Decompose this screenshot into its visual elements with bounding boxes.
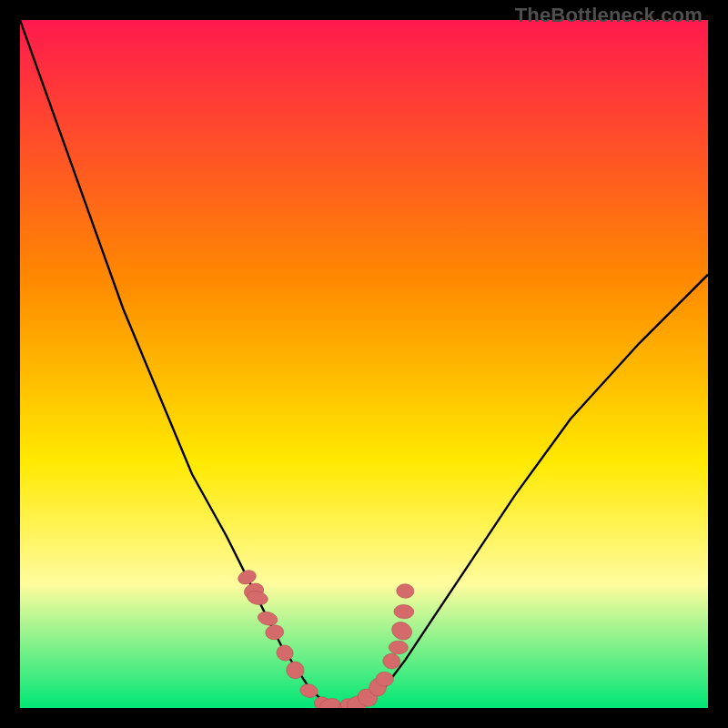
- data-marker: [389, 641, 408, 654]
- data-marker: [376, 672, 394, 686]
- plot-area: [20, 20, 708, 708]
- gradient-background: [20, 20, 708, 708]
- watermark-text: TheBottleneck.com: [515, 4, 703, 27]
- chart-svg: [20, 20, 708, 708]
